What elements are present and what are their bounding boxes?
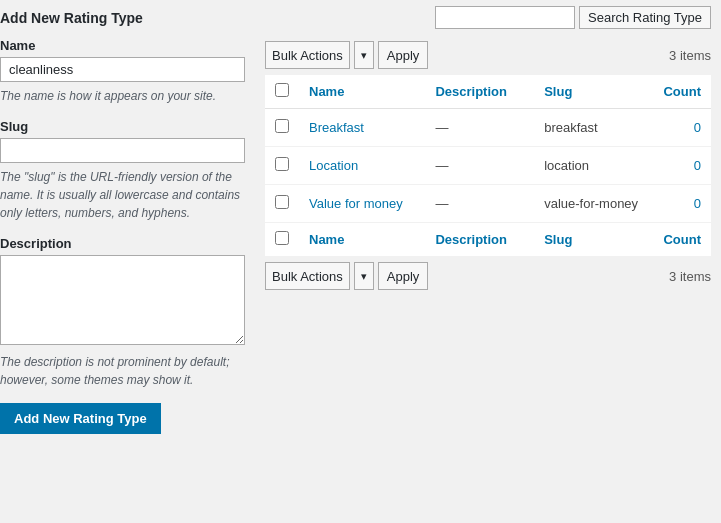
row-name: Value for money [299, 185, 425, 223]
bottom-bulk-actions-select[interactable]: Bulk Actions [265, 262, 350, 290]
description-textarea[interactable] [0, 255, 245, 345]
row-slug: location [534, 147, 651, 185]
row-checkbox-1[interactable] [275, 157, 289, 171]
bottom-bulk-actions-arrow[interactable]: ▾ [354, 262, 374, 290]
name-label: Name [0, 38, 245, 53]
description-label: Description [0, 236, 245, 251]
right-panel: Search Rating Type Bulk Actions ▾ Apply … [255, 0, 721, 523]
bottom-controls-left: Bulk Actions ▾ Apply [265, 262, 428, 290]
top-bulk-actions-select[interactable]: Bulk Actions [265, 41, 350, 69]
select-all-checkbox-bottom[interactable] [275, 231, 289, 245]
search-input[interactable] [435, 6, 575, 29]
row-description: — [425, 147, 534, 185]
header-slug[interactable]: Slug [534, 75, 651, 109]
row-count: 0 [651, 147, 711, 185]
row-checkbox-2[interactable] [275, 195, 289, 209]
panel-title: Add New Rating Type [0, 10, 245, 26]
header-checkbox-cell [265, 75, 299, 109]
top-apply-button[interactable]: Apply [378, 41, 429, 69]
top-items-count: 3 items [669, 48, 711, 63]
slug-label: Slug [0, 119, 245, 134]
slug-group: Slug The "slug" is the URL-friendly vers… [0, 119, 245, 222]
row-checkbox-cell [265, 109, 299, 147]
slug-hint: The "slug" is the URL-friendly version o… [0, 168, 245, 222]
row-count: 0 [651, 185, 711, 223]
row-checkbox-cell [265, 147, 299, 185]
search-bar: Search Rating Type [265, 0, 711, 35]
name-hint: The name is how it appears on your site. [0, 87, 245, 105]
top-bulk-actions-arrow[interactable]: ▾ [354, 41, 374, 69]
top-controls-left: Bulk Actions ▾ Apply [265, 41, 428, 69]
name-input[interactable] [0, 57, 245, 82]
header-count[interactable]: Count [651, 75, 711, 109]
row-checkbox-cell [265, 185, 299, 223]
select-all-checkbox-top[interactable] [275, 83, 289, 97]
row-name-link[interactable]: Value for money [309, 196, 403, 211]
table-row: Breakfast — breakfast 0 [265, 109, 711, 147]
row-name-link[interactable]: Location [309, 158, 358, 173]
bottom-table-controls: Bulk Actions ▾ Apply 3 items [265, 256, 711, 296]
row-description: — [425, 109, 534, 147]
bottom-apply-button[interactable]: Apply [378, 262, 429, 290]
header-name[interactable]: Name [299, 75, 425, 109]
bottom-items-count: 3 items [669, 269, 711, 284]
row-slug: breakfast [534, 109, 651, 147]
slug-input[interactable] [0, 138, 245, 163]
name-group: Name The name is how it appears on your … [0, 38, 245, 105]
row-checkbox-0[interactable] [275, 119, 289, 133]
bulk-actions-label-top: Bulk Actions [272, 48, 343, 63]
table-header-row: Name Description Slug Count [265, 75, 711, 109]
table-row: Value for money — value-for-money 0 [265, 185, 711, 223]
footer-slug[interactable]: Slug [534, 223, 651, 257]
row-name: Breakfast [299, 109, 425, 147]
search-rating-type-button[interactable]: Search Rating Type [579, 6, 711, 29]
row-name-link[interactable]: Breakfast [309, 120, 364, 135]
header-description[interactable]: Description [425, 75, 534, 109]
row-slug: value-for-money [534, 185, 651, 223]
footer-checkbox-cell [265, 223, 299, 257]
footer-count[interactable]: Count [651, 223, 711, 257]
description-group: Description The description is not promi… [0, 236, 245, 389]
table-row: Location — location 0 [265, 147, 711, 185]
bulk-actions-label-bottom: Bulk Actions [272, 269, 343, 284]
footer-description[interactable]: Description [425, 223, 534, 257]
footer-name[interactable]: Name [299, 223, 425, 257]
description-hint: The description is not prominent by defa… [0, 353, 245, 389]
table-footer-header-row: Name Description Slug Count [265, 223, 711, 257]
left-panel: Add New Rating Type Name The name is how… [0, 0, 255, 523]
row-name: Location [299, 147, 425, 185]
top-table-controls: Bulk Actions ▾ Apply 3 items [265, 35, 711, 75]
rating-types-table: Name Description Slug Count Breakfast — … [265, 75, 711, 256]
row-count: 0 [651, 109, 711, 147]
row-description: — [425, 185, 534, 223]
add-new-rating-type-button[interactable]: Add New Rating Type [0, 403, 161, 434]
